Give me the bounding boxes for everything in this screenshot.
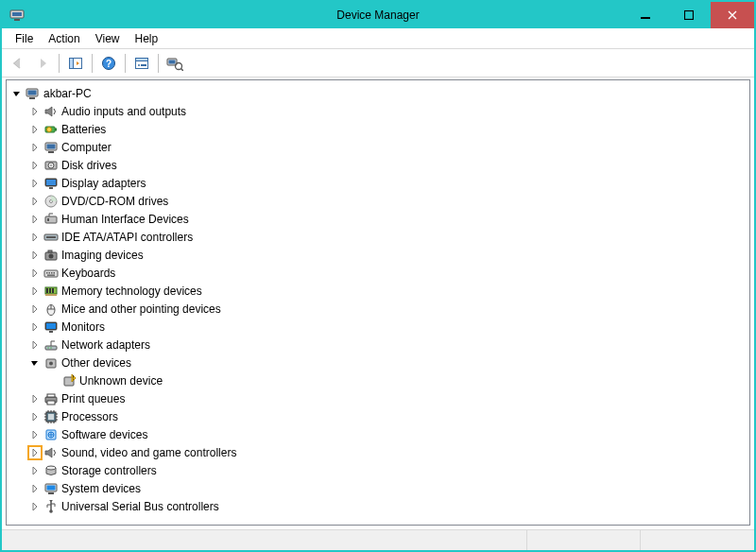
- tree-node[interactable]: Universal Serial Bus controllers: [10, 497, 746, 515]
- collapse-icon[interactable]: [10, 87, 24, 100]
- svg-point-69: [46, 466, 56, 470]
- tree-node[interactable]: System devices: [10, 479, 746, 497]
- scan-button[interactable]: [163, 52, 187, 75]
- tree-node[interactable]: Disk drives: [10, 156, 746, 174]
- expand-icon: [28, 123, 42, 136]
- toolbar-separator: [92, 54, 93, 73]
- tree-node[interactable]: Memory technology devices: [10, 282, 746, 300]
- disk-icon: [43, 158, 59, 173]
- svg-rect-72: [48, 492, 54, 494]
- tree-node[interactable]: Imaging devices: [10, 246, 746, 264]
- close-button[interactable]: [711, 2, 754, 28]
- battery-icon: [43, 122, 59, 137]
- svg-point-56: [47, 347, 49, 349]
- tree-node[interactable]: Other devices: [10, 354, 746, 371]
- tree-node[interactable]: Sound, video and game controllers: [10, 443, 746, 461]
- keyboard-icon: [43, 266, 59, 281]
- device-tree-panel[interactable]: akbar-PCAudio inputs and outputsBatterie…: [6, 79, 750, 526]
- tree-node[interactable]: Display adapters: [10, 174, 746, 192]
- svg-rect-10: [136, 58, 148, 60]
- tree-node-label: Computer: [61, 141, 112, 154]
- tree-node-label: Display adapters: [61, 177, 146, 190]
- system-icon: [43, 481, 59, 496]
- tree-node[interactable]: DVD/CD-ROM drives: [10, 192, 746, 210]
- other-icon: [43, 355, 59, 371]
- svg-rect-24: [48, 151, 54, 153]
- tree-node[interactable]: Software devices: [10, 425, 746, 443]
- svg-rect-44: [54, 272, 56, 274]
- tree-node-label: Processors: [61, 410, 118, 423]
- display-icon: [43, 176, 59, 191]
- titlebar[interactable]: Device Manager: [2, 2, 754, 28]
- hid-icon: [43, 212, 59, 227]
- show-hidden-button[interactable]: [63, 52, 88, 75]
- svg-rect-29: [46, 180, 56, 185]
- tree-node[interactable]: Print queues: [10, 389, 746, 407]
- close-icon: [728, 10, 737, 20]
- system-icon: [43, 481, 59, 496]
- back-button[interactable]: [6, 52, 30, 75]
- toolbar-separator: [59, 54, 60, 73]
- statusbar: [2, 529, 754, 550]
- svg-point-11: [138, 64, 140, 66]
- tree-node[interactable]: Human Interface Devices: [10, 210, 746, 228]
- menubar: File Action View Help: [2, 28, 754, 49]
- tree-node-label: Unknown device: [79, 374, 163, 388]
- tree-node[interactable]: Network adapters: [10, 336, 746, 354]
- status-cell: [527, 530, 641, 550]
- menu-file[interactable]: File: [8, 30, 41, 47]
- status-cell: [2, 530, 527, 550]
- tree-node-label: Mice and other pointing devices: [61, 302, 221, 316]
- printer-icon: [43, 391, 59, 406]
- unknown-icon: !: [61, 373, 77, 388]
- svg-rect-18: [29, 97, 35, 99]
- menu-help[interactable]: Help: [128, 30, 166, 47]
- tree-node[interactable]: Audio inputs and outputs: [10, 102, 746, 120]
- expand-icon: [28, 482, 42, 495]
- tree-node-label: System devices: [61, 482, 141, 495]
- properties-icon: [134, 56, 149, 71]
- scan-icon: [166, 56, 183, 71]
- expand-icon: [28, 500, 42, 513]
- collapse-icon[interactable]: [28, 356, 42, 370]
- help-button[interactable]: ?: [96, 52, 121, 75]
- menu-view[interactable]: View: [88, 30, 128, 47]
- mouse-icon: [43, 302, 59, 317]
- printer-icon: [43, 391, 59, 406]
- minimize-icon: [641, 10, 650, 20]
- mouse-icon: [43, 302, 59, 317]
- tree-node[interactable]: Batteries: [10, 120, 746, 138]
- properties-button[interactable]: [129, 52, 154, 75]
- software-icon: [43, 427, 59, 442]
- usb-icon: [43, 499, 59, 514]
- minimize-button[interactable]: [624, 2, 667, 28]
- svg-point-59: [49, 361, 53, 365]
- svg-rect-42: [49, 272, 51, 274]
- svg-rect-30: [49, 187, 53, 189]
- svg-rect-47: [46, 288, 48, 293]
- tree-root-node[interactable]: akbar-PC: [10, 84, 746, 102]
- tree-node[interactable]: IDE ATA/ATAPI controllers: [10, 228, 746, 246]
- memory-icon: [43, 284, 59, 299]
- forward-button[interactable]: [30, 52, 55, 75]
- svg-rect-20: [55, 128, 57, 130]
- tree-node[interactable]: Storage controllers: [10, 461, 746, 479]
- maximize-button[interactable]: [667, 2, 711, 28]
- expand-icon: [28, 267, 42, 280]
- menu-action[interactable]: Action: [41, 30, 87, 47]
- svg-rect-64: [47, 401, 55, 405]
- svg-rect-50: [45, 294, 57, 296]
- expand-icon: [28, 392, 42, 405]
- tree-node[interactable]: Monitors: [10, 318, 746, 336]
- tree-node[interactable]: Processors: [10, 407, 746, 425]
- tree-node[interactable]: !Unknown device: [10, 371, 746, 389]
- window-controls: [624, 2, 754, 28]
- tree-node[interactable]: Keyboards: [10, 264, 746, 282]
- tree-node-label: akbar-PC: [43, 87, 92, 100]
- expander-blank: [46, 374, 60, 388]
- disk-icon: [43, 158, 59, 173]
- tree-node[interactable]: Computer: [10, 138, 746, 156]
- panel-icon: [68, 56, 83, 71]
- keyboard-icon: [43, 266, 59, 281]
- tree-node[interactable]: Mice and other pointing devices: [10, 300, 746, 318]
